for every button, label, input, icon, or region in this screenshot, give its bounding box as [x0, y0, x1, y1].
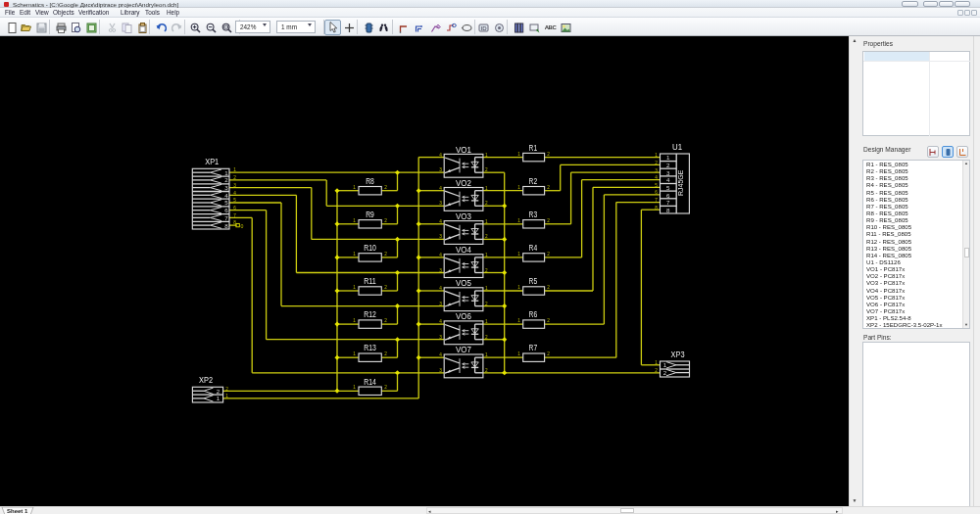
svg-text:2: 2	[384, 385, 387, 390]
svg-text:R13: R13	[364, 343, 376, 352]
svg-text:4: 4	[655, 175, 658, 180]
svg-text:R10: R10	[364, 243, 376, 253]
svg-text:2: 2	[655, 368, 658, 373]
svg-text:1: 1	[224, 169, 228, 176]
svg-text:3: 3	[439, 234, 442, 239]
svg-text:2: 2	[547, 252, 550, 257]
svg-text:1: 1	[353, 351, 356, 356]
svg-text:7: 7	[666, 199, 670, 206]
svg-text:5: 5	[233, 198, 236, 203]
svg-text:XP1: XP1	[205, 157, 219, 166]
svg-text:R8: R8	[366, 176, 374, 186]
svg-text:2: 2	[384, 185, 387, 190]
svg-text:R5: R5	[529, 276, 538, 286]
svg-text:VO2: VO2	[456, 178, 471, 188]
svg-text:RJ45GE: RJ45GE	[677, 169, 684, 196]
svg-text:2: 2	[663, 369, 667, 376]
svg-text:5: 5	[224, 199, 228, 206]
svg-text:4: 4	[439, 186, 442, 191]
svg-text:1: 1	[517, 252, 520, 257]
svg-text:1: 1	[217, 395, 220, 401]
svg-text:1: 1	[517, 185, 520, 190]
svg-text:VO4: VO4	[456, 245, 471, 255]
svg-text:2: 2	[217, 388, 220, 395]
svg-text:1: 1	[353, 285, 356, 290]
svg-text:8: 8	[655, 206, 658, 210]
svg-text:4: 4	[439, 319, 442, 324]
svg-text:1: 1	[353, 218, 356, 223]
svg-text:6: 6	[233, 206, 236, 210]
svg-text:1: 1	[353, 385, 356, 390]
svg-text:3: 3	[439, 201, 442, 206]
svg-text:1: 1	[485, 286, 488, 291]
svg-text:1: 1	[225, 394, 228, 398]
svg-text:2: 2	[547, 152, 550, 157]
svg-text:2: 2	[384, 285, 387, 290]
svg-text:1: 1	[233, 167, 236, 172]
svg-text:3: 3	[224, 184, 228, 191]
svg-text:2: 2	[666, 162, 670, 168]
svg-text:XP3: XP3	[671, 350, 685, 359]
svg-text:2: 2	[485, 201, 488, 206]
svg-text:VO5: VO5	[456, 278, 471, 288]
svg-text:8: 8	[233, 220, 236, 225]
svg-text:1: 1	[517, 152, 520, 157]
svg-text:2: 2	[485, 167, 488, 172]
svg-text:1: 1	[353, 252, 356, 257]
svg-text:0: 0	[240, 223, 243, 229]
svg-text:6: 6	[666, 192, 670, 199]
svg-text:2: 2	[547, 285, 550, 290]
svg-text:1: 1	[517, 318, 520, 323]
svg-text:5: 5	[666, 184, 670, 191]
svg-text:2: 2	[485, 335, 488, 340]
svg-text:2: 2	[547, 185, 550, 190]
svg-text:2: 2	[384, 252, 387, 257]
svg-text:1: 1	[655, 360, 658, 365]
svg-text:2: 2	[485, 234, 488, 239]
svg-text:3: 3	[233, 183, 236, 188]
svg-text:ID: ID	[480, 25, 487, 31]
svg-text:4: 4	[439, 286, 442, 291]
svg-text:2: 2	[547, 318, 550, 323]
svg-text:3: 3	[439, 302, 442, 306]
svg-text:3: 3	[666, 169, 670, 176]
svg-text:4: 4	[439, 352, 442, 357]
svg-text:1: 1	[517, 285, 520, 290]
svg-text:2: 2	[233, 175, 236, 180]
svg-text:R2: R2	[529, 176, 538, 186]
svg-text:R1: R1	[529, 143, 538, 153]
svg-text:R3: R3	[529, 210, 538, 219]
svg-text:2: 2	[485, 368, 488, 373]
svg-text:1: 1	[655, 153, 658, 158]
svg-text:3: 3	[439, 335, 442, 340]
svg-text:7: 7	[655, 198, 658, 203]
svg-text:VO3: VO3	[456, 211, 471, 221]
svg-text:2: 2	[547, 218, 550, 223]
svg-text:7: 7	[224, 214, 228, 221]
svg-text:U1: U1	[672, 142, 682, 152]
svg-text:VO1: VO1	[456, 145, 471, 155]
svg-text:4: 4	[224, 192, 228, 199]
svg-text:1: 1	[485, 186, 488, 191]
svg-text:R12: R12	[364, 309, 376, 319]
svg-text:1: 1	[517, 351, 520, 356]
svg-text:VO6: VO6	[456, 311, 471, 321]
svg-text:8: 8	[224, 222, 228, 229]
svg-text:1: 1	[485, 219, 488, 224]
svg-text:1: 1	[485, 319, 488, 324]
svg-text:R7: R7	[529, 343, 538, 352]
svg-text:1: 1	[485, 153, 488, 158]
svg-text:2: 2	[547, 351, 550, 356]
svg-text:2: 2	[384, 218, 387, 223]
svg-text:5: 5	[655, 183, 658, 188]
svg-text:R14: R14	[364, 377, 376, 387]
svg-text:3: 3	[655, 168, 658, 173]
svg-text:2: 2	[485, 302, 488, 306]
svg-text:Sheet 1: Sheet 1	[7, 508, 28, 514]
svg-text:R6: R6	[529, 309, 538, 319]
svg-text:R4: R4	[529, 243, 538, 253]
svg-text:R9: R9	[366, 210, 374, 219]
svg-text:1: 1	[666, 154, 670, 161]
svg-text:4: 4	[233, 191, 236, 196]
svg-text:4: 4	[439, 219, 442, 224]
